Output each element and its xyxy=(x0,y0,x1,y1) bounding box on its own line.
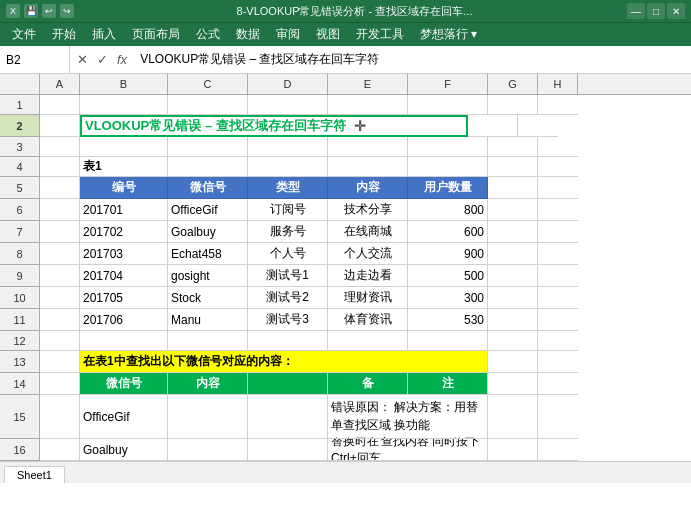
confirm-formula-button[interactable]: ✓ xyxy=(94,50,111,69)
cell-E8[interactable]: 个人交流 xyxy=(328,243,408,265)
cell-A15[interactable] xyxy=(40,395,80,439)
cell-F11[interactable]: 530 xyxy=(408,309,488,331)
cell-F10[interactable]: 300 xyxy=(408,287,488,309)
cell-E15[interactable]: 错误原因：单查找区域存在回车字符 解决方案：用替换功能（Ctrl+H）将回车字符… xyxy=(328,395,488,439)
cell-F3[interactable] xyxy=(408,137,488,157)
cell-A13[interactable] xyxy=(40,351,80,373)
col-header-F[interactable]: F xyxy=(408,74,488,94)
cell-H16[interactable] xyxy=(538,439,578,461)
row-header-12[interactable]: 12 xyxy=(0,331,40,351)
cell-B10[interactable]: 201705 xyxy=(80,287,168,309)
row-header-2[interactable]: 2 xyxy=(0,115,40,137)
cell-B11[interactable]: 201706 xyxy=(80,309,168,331)
cell-C16[interactable] xyxy=(168,439,248,461)
cell-E9[interactable]: 边走边看 xyxy=(328,265,408,287)
row-header-16[interactable]: 16 xyxy=(0,439,40,461)
row-header-1[interactable]: 1 xyxy=(0,95,40,115)
col-header-E[interactable]: E xyxy=(328,74,408,94)
cell-A2[interactable] xyxy=(40,115,80,137)
cell-C14[interactable]: 内容 xyxy=(168,373,248,395)
cell-D9[interactable]: 测试号1 xyxy=(248,265,328,287)
cell-A7[interactable] xyxy=(40,221,80,243)
cell-E6[interactable]: 技术分享 xyxy=(328,199,408,221)
cell-A9[interactable] xyxy=(40,265,80,287)
menu-review[interactable]: 审阅 xyxy=(268,24,308,45)
row-header-11[interactable]: 11 xyxy=(0,309,40,331)
cell-H13[interactable] xyxy=(538,351,578,373)
cell-B8[interactable]: 201703 xyxy=(80,243,168,265)
cell-H9[interactable] xyxy=(538,265,578,287)
close-button[interactable]: ✕ xyxy=(667,3,685,19)
cell-B6[interactable]: 201701 xyxy=(80,199,168,221)
col-header-D[interactable]: D xyxy=(248,74,328,94)
cell-H12[interactable] xyxy=(538,331,578,351)
cell-H7[interactable] xyxy=(538,221,578,243)
cell-G9[interactable] xyxy=(488,265,538,287)
row-header-6[interactable]: 6 xyxy=(0,199,40,221)
cell-B13[interactable]: 在表1中查找出以下微信号对应的内容： xyxy=(80,351,488,373)
cell-F4[interactable] xyxy=(408,157,488,177)
undo-icon[interactable]: ↩ xyxy=(42,4,56,18)
cell-B7[interactable]: 201702 xyxy=(80,221,168,243)
cell-H15[interactable] xyxy=(538,395,578,439)
cell-G10[interactable] xyxy=(488,287,538,309)
cell-D11[interactable]: 测试号3 xyxy=(248,309,328,331)
cell-B15[interactable]: OfficeGif xyxy=(80,395,168,439)
menu-file[interactable]: 文件 xyxy=(4,24,44,45)
cell-reference[interactable]: B2 xyxy=(0,46,70,73)
cell-D12[interactable] xyxy=(248,331,328,351)
cell-B5[interactable]: 编号 xyxy=(80,177,168,199)
cell-D8[interactable]: 个人号 xyxy=(248,243,328,265)
cell-H2[interactable] xyxy=(518,115,558,137)
col-header-B[interactable]: B xyxy=(80,74,168,94)
cell-B4[interactable]: 表1 xyxy=(80,157,168,177)
cell-G4[interactable] xyxy=(488,157,538,177)
row-header-9[interactable]: 9 xyxy=(0,265,40,287)
col-header-G[interactable]: G xyxy=(488,74,538,94)
redo-icon[interactable]: ↪ xyxy=(60,4,74,18)
cell-E10[interactable]: 理财资讯 xyxy=(328,287,408,309)
cell-E14[interactable]: 备 xyxy=(328,373,408,395)
cell-E12[interactable] xyxy=(328,331,408,351)
menu-extra[interactable]: 梦想落行 ▾ xyxy=(412,24,485,45)
save-icon[interactable]: 💾 xyxy=(24,4,38,18)
row-header-13[interactable]: 13 xyxy=(0,351,40,373)
cell-D4[interactable] xyxy=(248,157,328,177)
cell-C3[interactable] xyxy=(168,137,248,157)
cell-G6[interactable] xyxy=(488,199,538,221)
cell-D10[interactable]: 测试号2 xyxy=(248,287,328,309)
row-header-4[interactable]: 4 xyxy=(0,157,40,177)
menu-insert[interactable]: 插入 xyxy=(84,24,124,45)
menu-view[interactable]: 视图 xyxy=(308,24,348,45)
cell-B3[interactable] xyxy=(80,137,168,157)
cell-C1[interactable] xyxy=(168,95,248,115)
cell-A16[interactable] xyxy=(40,439,80,461)
cell-G13[interactable] xyxy=(488,351,538,373)
menu-page-layout[interactable]: 页面布局 xyxy=(124,24,188,45)
cell-F7[interactable]: 600 xyxy=(408,221,488,243)
cell-G16[interactable] xyxy=(488,439,538,461)
cell-F1[interactable] xyxy=(408,95,488,115)
col-header-H[interactable]: H xyxy=(538,74,578,94)
cell-D16[interactable] xyxy=(248,439,328,461)
cell-A10[interactable] xyxy=(40,287,80,309)
cell-E4[interactable] xyxy=(328,157,408,177)
cell-E5[interactable]: 内容 xyxy=(328,177,408,199)
cell-D7[interactable]: 服务号 xyxy=(248,221,328,243)
menu-data[interactable]: 数据 xyxy=(228,24,268,45)
cell-A1[interactable] xyxy=(40,95,80,115)
sheet-tab-active[interactable]: Sheet1 xyxy=(4,466,65,483)
cell-E3[interactable] xyxy=(328,137,408,157)
cell-C10[interactable]: Stock xyxy=(168,287,248,309)
cell-H6[interactable] xyxy=(538,199,578,221)
cell-F12[interactable] xyxy=(408,331,488,351)
formula-input[interactable]: VLOOKUP常见错误 – 查找区域存在回车字符 xyxy=(134,51,691,68)
cell-A12[interactable] xyxy=(40,331,80,351)
cell-H3[interactable] xyxy=(538,137,578,157)
cell-D3[interactable] xyxy=(248,137,328,157)
menu-formula[interactable]: 公式 xyxy=(188,24,228,45)
cell-B12[interactable] xyxy=(80,331,168,351)
cell-G8[interactable] xyxy=(488,243,538,265)
cell-H8[interactable] xyxy=(538,243,578,265)
cell-H14[interactable] xyxy=(538,373,578,395)
